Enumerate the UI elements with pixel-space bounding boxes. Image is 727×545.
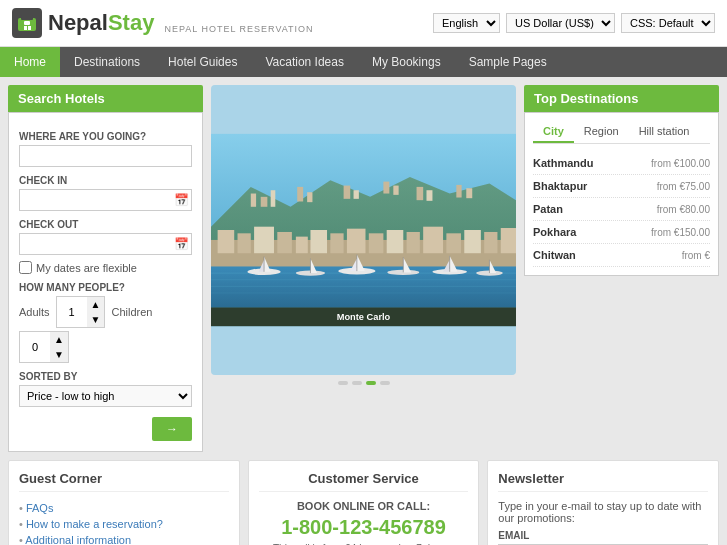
tab-city[interactable]: City	[533, 121, 574, 143]
sort-select[interactable]: Price - low to high Price - high to low …	[19, 385, 192, 407]
search-panel-header: Search Hotels	[8, 85, 203, 112]
link-additional[interactable]: Additional information	[25, 534, 131, 545]
svg-rect-7	[251, 194, 256, 207]
nav-hotel-guides[interactable]: Hotel Guides	[154, 47, 251, 77]
top-destinations-box: City Region Hill station Kathmandu from …	[524, 112, 719, 276]
children-label: Children	[111, 306, 152, 318]
adults-label: Adults	[19, 306, 50, 318]
flexible-dates-row: My dates are flexible	[19, 261, 192, 274]
flexible-dates-checkbox[interactable]	[19, 261, 32, 274]
slide-dot-3[interactable]	[366, 381, 376, 385]
children-increment[interactable]: ▲	[50, 332, 68, 347]
svg-rect-31	[407, 232, 420, 253]
guest-link-additional: Additional information	[19, 532, 229, 545]
guest-corner-panel: Guest Corner FAQs How to make a reservat…	[8, 460, 240, 545]
where-input[interactable]	[19, 145, 192, 167]
search-panel: Search Hotels WHERE ARE YOU GOING? CHECK…	[8, 85, 203, 452]
dest-bhaktapur: Bhaktapur from €75.00	[533, 175, 710, 198]
nav-destinations[interactable]: Destinations	[60, 47, 154, 77]
currency-select[interactable]: US Dollar (US$)	[506, 13, 615, 33]
svg-rect-30	[387, 230, 404, 253]
css-select[interactable]: CSS: Default	[621, 13, 715, 33]
language-select[interactable]: English	[433, 13, 500, 33]
where-label: WHERE ARE YOU GOING?	[19, 131, 192, 142]
checkout-label: CHECK OUT	[19, 219, 192, 230]
svg-rect-32	[423, 227, 443, 254]
logo-text: NepalStay	[48, 10, 154, 36]
svg-rect-18	[456, 185, 461, 198]
people-label: HOW MANY PEOPLE?	[19, 282, 192, 293]
adults-stepper: ▲ ▼	[56, 296, 106, 328]
tab-hill-station[interactable]: Hill station	[629, 121, 700, 143]
dest-name-bhaktapur: Bhaktapur	[533, 180, 587, 192]
main-content: Search Hotels WHERE ARE YOU GOING? CHECK…	[0, 77, 727, 460]
adults-input[interactable]	[57, 304, 87, 320]
logo-subtitle: NEPAL HOTEL RESERVATION	[164, 24, 313, 38]
svg-rect-11	[307, 192, 312, 202]
checkout-input[interactable]	[19, 233, 192, 255]
sorted-section: SORTED BY Price - low to high Price - hi…	[19, 371, 192, 407]
svg-rect-9	[271, 190, 276, 207]
dest-price-chitwan: from €	[682, 250, 710, 261]
nav-vacation-ideas[interactable]: Vacation Ideas	[251, 47, 358, 77]
children-decrement[interactable]: ▼	[50, 347, 68, 362]
newsletter-text: Type in your e-mail to stay up to date w…	[498, 500, 708, 524]
children-stepper: ▲ ▼	[19, 331, 69, 363]
dest-name-pokhara: Pokhara	[533, 226, 576, 238]
link-reservation[interactable]: How to make a reservation?	[26, 518, 163, 530]
svg-rect-17	[426, 190, 432, 201]
phone-number[interactable]: 1-800-123-456789	[259, 516, 469, 539]
svg-rect-24	[277, 232, 292, 253]
adults-increment[interactable]: ▲	[87, 297, 105, 312]
dest-name-kathmandu: Kathmandu	[533, 157, 594, 169]
svg-rect-13	[354, 190, 359, 199]
svg-rect-21	[218, 230, 235, 253]
svg-rect-33	[446, 233, 461, 253]
nav-sample-pages[interactable]: Sample Pages	[455, 47, 561, 77]
svg-rect-29	[369, 233, 384, 253]
svg-rect-1	[21, 15, 33, 20]
svg-rect-10	[297, 187, 303, 202]
guest-link-reservation: How to make a reservation?	[19, 516, 229, 532]
guest-link-faqs: FAQs	[19, 500, 229, 516]
adults-row: Adults ▲ ▼ Children	[19, 296, 192, 328]
svg-rect-14	[383, 182, 389, 194]
adults-decrement[interactable]: ▼	[87, 312, 105, 327]
svg-rect-15	[393, 186, 398, 195]
children-row: ▲ ▼	[19, 331, 192, 363]
checkin-label: CHECK IN	[19, 175, 192, 186]
checkout-calendar-icon[interactable]: 📅	[174, 237, 189, 251]
header: NepalStay NEPAL HOTEL RESERVATION Englis…	[0, 0, 727, 47]
search-form: WHERE ARE YOU GOING? CHECK IN 📅 CHECK OU…	[8, 112, 203, 452]
nav-my-bookings[interactable]: My Bookings	[358, 47, 455, 77]
bottom-panels: Guest Corner FAQs How to make a reservat…	[0, 460, 727, 545]
slide-dot-4[interactable]	[380, 381, 390, 385]
tab-region[interactable]: Region	[574, 121, 629, 143]
hotels-label: Hotels	[61, 91, 104, 106]
header-controls: English US Dollar (US$) CSS: Default	[433, 13, 715, 33]
children-input[interactable]	[20, 339, 50, 355]
featured-image: Monte Carlo	[211, 85, 516, 375]
nav-home[interactable]: Home	[0, 47, 60, 77]
search-btn-row: →	[19, 417, 192, 441]
search-button[interactable]: →	[152, 417, 192, 441]
dest-patan: Patan from €80.00	[533, 198, 710, 221]
checkin-calendar-icon[interactable]: 📅	[174, 193, 189, 207]
svg-text:Monte Carlo: Monte Carlo	[337, 312, 391, 322]
svg-rect-26	[310, 230, 327, 253]
book-online-label: BOOK ONLINE OR CALL:	[259, 500, 469, 512]
svg-rect-36	[501, 228, 516, 253]
dest-price-kathmandu: from €100.00	[651, 158, 710, 169]
dest-pokhara: Pokhara from €150.00	[533, 221, 710, 244]
svg-rect-19	[466, 188, 472, 198]
link-faqs[interactable]: FAQs	[26, 502, 54, 514]
top-destinations-header: Top Destinations	[524, 85, 719, 112]
featured-scene: Monte Carlo	[211, 85, 516, 375]
checkin-input[interactable]	[19, 189, 192, 211]
destination-list: Kathmandu from €100.00 Bhaktapur from €7…	[533, 152, 710, 267]
slide-dot-2[interactable]	[352, 381, 362, 385]
svg-rect-8	[261, 197, 268, 207]
nav: Home Destinations Hotel Guides Vacation …	[0, 47, 727, 77]
dest-name-chitwan: Chitwan	[533, 249, 576, 261]
slide-dot-1[interactable]	[338, 381, 348, 385]
